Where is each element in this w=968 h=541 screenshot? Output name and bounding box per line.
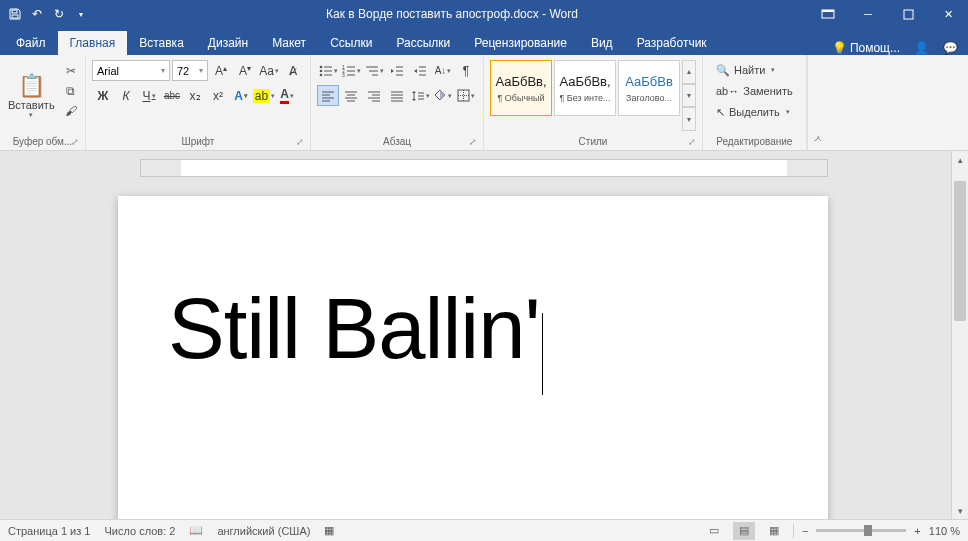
tab-mailings[interactable]: Рассылки [384, 31, 462, 55]
bullets-icon[interactable] [317, 60, 339, 81]
print-layout-icon[interactable]: ▤ [733, 522, 755, 540]
clipboard-launcher[interactable]: ⤢ [71, 137, 79, 147]
svg-rect-3 [822, 10, 834, 12]
page[interactable]: Still Ballin' [118, 196, 828, 519]
styles-scroll-down[interactable]: ▾ [682, 84, 696, 108]
tab-layout[interactable]: Макет [260, 31, 318, 55]
find-button[interactable]: 🔍Найти▾ [713, 60, 796, 80]
spellcheck-icon[interactable]: 📖 [189, 524, 203, 537]
replace-button[interactable]: ab↔Заменить [713, 81, 796, 101]
highlight-icon[interactable]: ab [253, 85, 275, 106]
zoom-out-button[interactable]: − [802, 525, 808, 537]
web-layout-icon[interactable]: ▦ [763, 522, 785, 540]
tab-review[interactable]: Рецензирование [462, 31, 579, 55]
styles-scroll-up[interactable]: ▴ [682, 60, 696, 84]
undo-icon[interactable]: ↶ [28, 5, 46, 23]
align-right-icon[interactable] [363, 85, 385, 106]
redo-icon[interactable]: ↻ [50, 5, 68, 23]
tab-insert[interactable]: Вставка [127, 31, 196, 55]
style-no-spacing[interactable]: АаБбВв, ¶ Без инте... [554, 60, 616, 116]
replace-icon: ab↔ [716, 85, 739, 97]
text-effects-icon[interactable]: A [230, 85, 252, 106]
document-text[interactable]: Still Ballin' [168, 281, 540, 376]
macro-icon[interactable]: ▦ [324, 524, 334, 537]
svg-point-7 [319, 69, 322, 72]
styles-launcher[interactable]: ⤢ [688, 137, 696, 147]
strike-button[interactable]: abc [161, 85, 183, 106]
tab-developer[interactable]: Разработчик [625, 31, 719, 55]
shading-icon[interactable] [432, 85, 454, 106]
change-case-icon[interactable]: Aa [258, 60, 280, 81]
quick-access-toolbar: ↶ ↻ ▾ [0, 5, 96, 23]
collapse-ribbon-icon[interactable]: ㅅ [807, 55, 829, 150]
zoom-in-button[interactable]: + [914, 525, 920, 537]
scrollbar-thumb[interactable] [954, 181, 966, 321]
svg-rect-0 [12, 10, 17, 13]
paste-button[interactable]: 📋 Вставить ▾ [4, 58, 59, 133]
tab-references[interactable]: Ссылки [318, 31, 384, 55]
justify-icon[interactable] [386, 85, 408, 106]
font-name-combo[interactable]: Arial▾ [92, 60, 170, 81]
group-clipboard-label: Буфер обм... [13, 136, 73, 147]
close-button[interactable]: ✕ [928, 0, 968, 28]
align-left-icon[interactable] [317, 85, 339, 106]
cut-icon[interactable]: ✂ [61, 62, 81, 80]
subscript-button[interactable]: x₂ [184, 85, 206, 106]
maximize-button[interactable] [888, 0, 928, 28]
zoom-slider[interactable] [816, 529, 906, 532]
qat-dropdown-icon[interactable]: ▾ [72, 5, 90, 23]
share-icon[interactable]: 👤 [914, 41, 929, 55]
read-mode-icon[interactable]: ▭ [703, 522, 725, 540]
italic-button[interactable]: К [115, 85, 137, 106]
borders-icon[interactable] [455, 85, 477, 106]
save-icon[interactable] [6, 5, 24, 23]
scroll-down-icon[interactable]: ▾ [952, 502, 968, 519]
style-preview: АаБбВв, [559, 74, 610, 89]
format-painter-icon[interactable]: 🖌 [61, 102, 81, 120]
scroll-up-icon[interactable]: ▴ [952, 151, 968, 168]
multilevel-icon[interactable] [363, 60, 385, 81]
zoom-slider-knob[interactable] [864, 525, 872, 536]
decrease-indent-icon[interactable] [386, 60, 408, 81]
word-count[interactable]: Число слов: 2 [104, 525, 175, 537]
tab-view[interactable]: Вид [579, 31, 625, 55]
zoom-level[interactable]: 110 % [929, 525, 960, 537]
tab-file[interactable]: Файл [4, 31, 58, 55]
underline-button[interactable]: Ч [138, 85, 160, 106]
font-launcher[interactable]: ⤢ [296, 137, 304, 147]
paragraph-launcher[interactable]: ⤢ [469, 137, 477, 147]
numbering-icon[interactable]: 123 [340, 60, 362, 81]
tell-me[interactable]: 💡 Помощ... [832, 41, 900, 55]
style-normal[interactable]: АаБбВв, ¶ Обычный [490, 60, 552, 116]
font-color-icon[interactable]: A [276, 85, 298, 106]
copy-icon[interactable]: ⧉ [61, 82, 81, 100]
superscript-button[interactable]: x² [207, 85, 229, 106]
search-icon: 🔍 [716, 64, 730, 77]
language-indicator[interactable]: английский (США) [217, 525, 310, 537]
tab-design[interactable]: Дизайн [196, 31, 260, 55]
font-size-combo[interactable]: 72▾ [172, 60, 208, 81]
pilcrow-icon[interactable]: ¶ [455, 60, 477, 81]
style-heading1[interactable]: АаБбВв Заголово... [618, 60, 680, 116]
paste-label: Вставить [8, 99, 55, 111]
select-button[interactable]: ↖Выделить▾ [713, 102, 796, 122]
page-indicator[interactable]: Страница 1 из 1 [8, 525, 90, 537]
sort-icon[interactable]: A↓ [432, 60, 454, 81]
grow-font-icon[interactable]: A▴ [210, 60, 232, 81]
tab-home[interactable]: Главная [58, 31, 128, 55]
increase-indent-icon[interactable] [409, 60, 431, 81]
clear-format-icon[interactable]: A̷ [282, 60, 304, 81]
style-name-label: ¶ Без инте... [559, 93, 610, 103]
horizontal-ruler[interactable] [140, 159, 828, 177]
minimize-button[interactable]: ─ [848, 0, 888, 28]
ribbon-options-icon[interactable] [808, 0, 848, 28]
bold-button[interactable]: Ж [92, 85, 114, 106]
comments-icon[interactable]: 💬 [943, 41, 958, 55]
align-center-icon[interactable] [340, 85, 362, 106]
status-bar: Страница 1 из 1 Число слов: 2 📖 английск… [0, 519, 968, 541]
shrink-font-icon[interactable]: A▾ [234, 60, 256, 81]
vertical-scrollbar[interactable]: ▴ ▾ [951, 151, 968, 519]
line-spacing-icon[interactable] [409, 85, 431, 106]
group-font: Arial▾ 72▾ A▴ A▾ Aa A̷ Ж К Ч abc x₂ x² A… [86, 55, 311, 150]
styles-expand[interactable]: ▾ [682, 107, 696, 131]
